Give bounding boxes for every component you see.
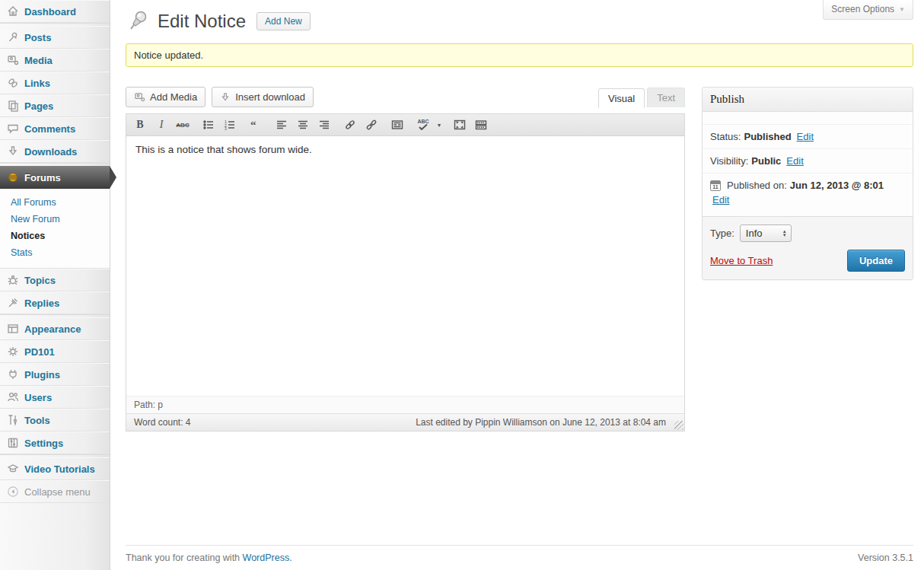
svg-text:3: 3 [225,126,227,131]
publish-minor-section: Status: Published Edit Visibility: Publi… [703,112,913,212]
editor-paragraph: This is a notice that shows forum wide. [135,144,675,155]
tab-text[interactable]: Text [647,88,685,107]
sidebar-item-downloads[interactable]: Downloads [0,140,110,163]
sidebar-item-label: Collapse menu [24,486,91,498]
edit-published-link[interactable]: Edit [712,194,729,205]
sidebar-item-replies[interactable]: Replies [0,291,110,314]
submenu-item-new-forum[interactable]: New Forum [0,211,110,228]
publish-major-actions: Type: Info ▲▼ Move to Trash Update [703,216,913,279]
publish-box-title[interactable]: Publish [703,88,913,112]
sidebar-item-label: Plugins [24,369,60,381]
align-left-button[interactable] [272,116,292,133]
download-arrow-icon [220,92,231,103]
fullscreen-button[interactable] [450,116,470,133]
media-icon [7,54,19,66]
word-count: Word count: 4 [134,417,190,428]
sidebar-item-label: Video Tutorials [24,463,95,475]
sidebar-item-label: Dashboard [24,6,76,18]
sidebar-item-users[interactable]: Users [0,386,110,409]
sidebar-item-comments[interactable]: Comments [0,117,110,140]
bold-button[interactable]: B [130,116,150,133]
add-media-button[interactable]: Add Media [126,87,206,107]
editor-toolbar: B I ABC 123 “ ABC ▼ [126,114,684,136]
unlink-button[interactable] [362,116,381,133]
tools-icon [7,414,19,426]
editor-column: Add Media Insert download Visual Text B … [126,87,685,431]
align-center-button[interactable] [293,116,313,133]
insert-link-button[interactable] [340,116,360,133]
select-arrows-icon: ▲▼ [782,230,787,237]
editor-status-bar: Word count: 4 Last edited by Pippin Will… [126,413,684,431]
sidebar-item-label: Users [24,392,52,403]
sidebar-item-links[interactable]: Links [0,72,110,94]
update-button[interactable]: Update [847,250,905,272]
sidebar-item-plugins[interactable]: Plugins [0,363,110,386]
publish-actions-row: Move to Trash Update [710,250,905,272]
wordpress-link[interactable]: WordPress. [243,552,292,563]
spellcheck-button[interactable]: ABC [413,116,433,133]
sidebar-item-collapse-menu[interactable]: Collapse menu [0,480,110,503]
sidebar-item-label: Settings [24,438,63,449]
align-right-button[interactable] [314,116,334,133]
sidebar-item-posts[interactable]: Posts [0,26,110,49]
sidebar-item-label: Media [24,55,53,66]
sidebar-item-pages[interactable]: Pages [0,94,110,117]
sidebar-item-pd101[interactable]: PD101 [0,340,110,363]
home-icon [7,5,19,18]
tab-visual[interactable]: Visual [598,88,645,108]
sidebar-item-forums[interactable]: Forums [0,166,110,189]
insert-download-button[interactable]: Insert download [212,87,314,107]
admin-footer: Thank you for creating with WordPress. V… [126,545,913,563]
spellcheck-dropdown-arrow[interactable]: ▼ [435,116,444,133]
numbered-list-button[interactable]: 123 [220,116,240,133]
blockquote-button[interactable]: “ [246,116,266,133]
pages-icon [7,100,19,112]
media-icon [134,91,145,103]
kitchen-sink-button[interactable] [471,116,491,133]
submenu-item-all-forums[interactable]: All Forums [0,194,110,211]
page-header: Edit Notice Add New [126,0,913,33]
download-arrow-icon [7,145,19,158]
publish-box: Publish Status: Published Edit Visibilit… [702,87,913,280]
update-notice-banner: Notice updated. [126,43,913,67]
sidebar-item-tools[interactable]: Tools [0,409,110,431]
sidebar-item-label: Downloads [24,146,77,158]
add-new-button[interactable]: Add New [256,12,311,30]
gavel-icon [7,297,19,309]
type-selected-value: Info [746,228,763,239]
move-to-trash-link[interactable]: Move to Trash [710,255,773,266]
sidebar-item-appearance[interactable]: Appearance [0,317,110,340]
bulleted-list-button[interactable] [199,116,218,133]
layout-icon [7,323,19,335]
editor-mode-tabs: Visual Text [598,88,685,107]
italic-button[interactable]: I [151,116,171,133]
screen-options-tab[interactable]: Screen Options ▼ [823,0,913,20]
strikethrough-button[interactable]: ABC [173,116,193,133]
notice-type-select[interactable]: Info ▲▼ [740,224,792,242]
sidebar-item-label: Pages [24,100,53,112]
content-columns: Add Media Insert download Visual Text B … [126,87,913,431]
beehive-icon [7,171,19,183]
status-value: Published [744,131,791,142]
edit-status-link[interactable]: Edit [797,131,814,142]
calendar-icon: 11 [710,180,721,191]
sidebar-item-settings[interactable]: Settings [0,431,110,454]
sidebar-item-label: Forums [24,172,61,183]
sidebar-item-topics[interactable]: Topics [0,269,110,291]
sidebar-item-label: Appearance [24,323,81,335]
users-icon [7,391,19,403]
video-icon [7,463,19,475]
sidebar-item-video-tutorials[interactable]: Video Tutorials [0,457,110,480]
sidebar-item-label: Tools [24,415,50,426]
editor-content-area[interactable]: This is a notice that shows forum wide. [126,136,684,396]
editor-resize-handle[interactable] [674,421,683,430]
more-tag-button[interactable] [387,116,407,133]
settings-panel-icon [7,437,19,449]
wordpress-admin-page: Dashboard Posts Media Links Pages Commen… [0,0,924,570]
sidebar-item-dashboard[interactable]: Dashboard [0,0,110,23]
submenu-item-stats[interactable]: Stats [0,244,110,261]
type-label: Type: [710,228,734,239]
sidebar-item-media[interactable]: Media [0,49,110,72]
submenu-item-notices[interactable]: Notices [0,228,110,244]
edit-visibility-link[interactable]: Edit [786,155,803,167]
